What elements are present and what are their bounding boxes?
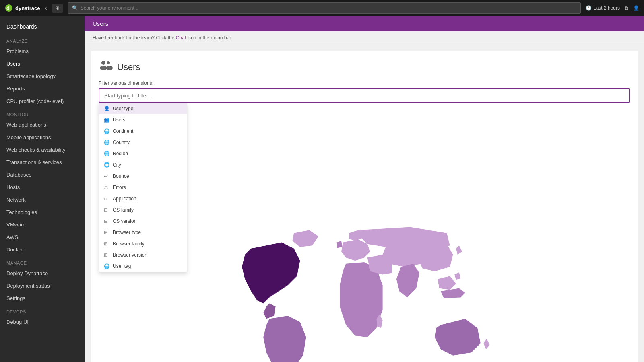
japan <box>456 245 462 255</box>
grid-icon[interactable]: ⊞ <box>52 4 63 13</box>
dropdown-item-label: Browser type <box>113 230 141 235</box>
new-zealand <box>483 339 489 350</box>
person-icon: 👤 <box>104 106 109 111</box>
back-button[interactable]: ‹ <box>45 4 47 12</box>
globe-icon: 🌐 <box>104 151 109 156</box>
topbar-icons: ⊞ <box>52 4 63 13</box>
right-content: Users Have feedback for the team? Click … <box>85 16 644 362</box>
sidebar-item-web-apps[interactable]: Web applications <box>0 119 85 131</box>
sidebar-item-debug-ui[interactable]: Debug UI <box>0 316 85 328</box>
logo-text: dynatrace <box>15 5 40 11</box>
sidebar-item-deploy[interactable]: Deploy Dynatrace <box>0 267 85 280</box>
sidebar-item-aws[interactable]: AWS <box>0 231 85 243</box>
sidebar-label: Reports <box>6 86 25 92</box>
greenland <box>292 230 318 247</box>
dropdown-item-label: Browser version <box>113 252 147 258</box>
global-search[interactable]: 🔍 Search your environment... <box>68 2 581 14</box>
dropdown-item-region[interactable]: 🌐 Region <box>99 148 187 159</box>
sidebar-item-databases[interactable]: Databases <box>0 169 85 181</box>
feedback-link[interactable]: Chat <box>176 35 186 41</box>
tag-icon: 🌐 <box>104 263 109 269</box>
feedback-text2: icon in the menu bar. <box>186 35 232 41</box>
dropdown-item-country[interactable]: 🌐 Country <box>99 137 187 148</box>
os-icon: ⊟ <box>104 207 109 213</box>
monitor-section: Monitor <box>0 107 85 119</box>
dropdown-item-label: Bounce <box>113 173 129 179</box>
sidebar-item-deployment-status[interactable]: Deployment status <box>0 280 85 292</box>
dropdown-item-os-version[interactable]: ⊟ OS version <box>99 216 187 227</box>
filter-dropdown: 👤 User type 👥 Users 🌐 Continent 🌐 <box>99 103 187 272</box>
dropdown-item-label: Region <box>113 151 128 156</box>
dropdown-item-user-tag[interactable]: 🌐 User tag <box>99 261 187 272</box>
australia <box>435 319 481 356</box>
sidebar-item-vmware[interactable]: VMware <box>0 218 85 231</box>
svg-point-5 <box>106 66 113 70</box>
dropdown-item-browser-type[interactable]: ⊞ Browser type <box>99 227 187 238</box>
sidebar-item-cpu-profiler[interactable]: CPU profiler (code-level) <box>0 95 85 107</box>
filter-label: Filter various dimensions: <box>99 80 630 86</box>
dropdown-item-application[interactable]: ○ Application <box>99 193 187 204</box>
filter-input[interactable] <box>99 88 630 103</box>
globe-icon: 🌐 <box>104 128 109 134</box>
page-title: Users <box>117 62 140 72</box>
dropdown-item-browser-family[interactable]: ⊞ Browser family <box>99 238 187 249</box>
users-icon <box>99 59 113 75</box>
dropdown-item-label: User type <box>113 106 133 111</box>
north-america <box>242 243 300 304</box>
dropdown-item-errors[interactable]: ⚠ Errors <box>99 182 187 193</box>
main-content: Have feedback for the team? Click the Ch… <box>85 31 644 362</box>
dropdown-item-label: Users <box>113 117 125 123</box>
dropdown-item-users[interactable]: 👥 Users <box>99 114 187 125</box>
sidebar-item-docker[interactable]: Docker <box>0 243 85 256</box>
sidebar-dashboards[interactable]: Dashboards <box>0 19 85 34</box>
user-icon[interactable]: 👤 <box>633 5 639 11</box>
svg-point-3 <box>100 66 107 70</box>
sidebar-label: CPU profiler (code-level) <box>6 98 64 104</box>
sidebar-item-web-checks[interactable]: Web checks & availability <box>0 144 85 156</box>
dropdown-item-label: User tag <box>113 263 131 269</box>
dropdown-item-label: OS family <box>113 207 134 213</box>
time-range[interactable]: 🕐 Last 2 hours <box>586 5 620 11</box>
china <box>416 244 453 271</box>
sidebar-item-technologies[interactable]: Technologies <box>0 206 85 218</box>
globe-icon: 🌐 <box>104 162 109 168</box>
filter-container: 👤 User type 👥 Users 🌐 Continent 🌐 <box>99 88 630 103</box>
sidebar-item-transactions[interactable]: Transactions & services <box>0 156 85 169</box>
dropdown-item-bounce[interactable]: ↩ Bounce <box>99 171 187 182</box>
dropdown-item-label: City <box>113 162 121 168</box>
browser-icon: ⊞ <box>104 252 109 258</box>
sidebar-item-problems[interactable]: Problems <box>0 45 85 58</box>
sidebar-item-smartscape[interactable]: Smartscape topology <box>0 70 85 82</box>
south-america <box>263 316 306 362</box>
sidebar-label: Smartscape topology <box>6 73 56 79</box>
sidebar-item-reports[interactable]: Reports <box>0 82 85 95</box>
sidebar-item-settings[interactable]: Settings <box>0 292 85 304</box>
sidebar-label: Users <box>6 61 20 67</box>
dropdown-item-label: OS version <box>113 218 136 224</box>
window-icon[interactable]: ⧉ <box>625 5 628 11</box>
dropdown-item-user-type[interactable]: 👤 User type <box>99 103 187 114</box>
bounce-icon: ↩ <box>104 173 109 179</box>
feedback-bar: Have feedback for the team? Click the Ch… <box>85 31 644 45</box>
errors-icon: ⚠ <box>104 185 109 190</box>
dropdown-item-os-family[interactable]: ⊟ OS family <box>99 204 187 216</box>
dropdown-item-browser-version[interactable]: ⊞ Browser version <box>99 249 187 261</box>
time-label: Last 2 hours <box>593 5 620 11</box>
page-header-title: Users <box>93 20 108 27</box>
sidebar-item-hosts[interactable]: Hosts <box>0 181 85 193</box>
dropdown-item-label: Errors <box>113 185 126 190</box>
indonesia <box>441 288 465 298</box>
browser-icon: ⊞ <box>104 230 109 235</box>
sidebar-item-mobile-apps[interactable]: Mobile applications <box>0 131 85 144</box>
dropdown-item-label: Browser family <box>113 241 144 247</box>
central-america <box>263 304 275 319</box>
dropdown-item-label: Application <box>113 196 136 202</box>
os-icon: ⊟ <box>104 218 109 224</box>
sidebar-item-network[interactable]: Network <box>0 193 85 206</box>
sidebar-item-users[interactable]: Users <box>0 58 85 70</box>
manage-section: Manage <box>0 256 85 267</box>
page-title-row: Users <box>99 59 630 75</box>
uk <box>337 241 343 248</box>
dropdown-item-continent[interactable]: 🌐 Continent <box>99 125 187 137</box>
dropdown-item-city[interactable]: 🌐 City <box>99 159 187 171</box>
